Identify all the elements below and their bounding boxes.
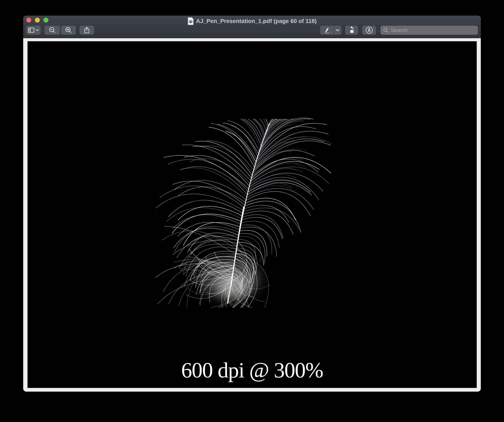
fullscreen-button[interactable] bbox=[43, 18, 48, 23]
preview-window: AJ_Pen_Presentation_1.pdf (page 60 of 11… bbox=[23, 16, 481, 392]
titlebar: AJ_Pen_Presentation_1.pdf (page 60 of 11… bbox=[64, 17, 440, 25]
rotate-left-icon bbox=[348, 26, 355, 34]
close-button[interactable] bbox=[26, 18, 31, 23]
search-field[interactable] bbox=[380, 26, 478, 35]
window-chrome: AJ_Pen_Presentation_1.pdf (page 60 of 11… bbox=[23, 16, 481, 38]
rotate-left-button[interactable] bbox=[345, 26, 358, 35]
share-button[interactable] bbox=[79, 26, 94, 35]
highlight-options-button[interactable] bbox=[333, 26, 341, 35]
pdf-document-icon bbox=[187, 17, 194, 25]
highlight-split-button bbox=[320, 26, 341, 35]
chevron-down-icon bbox=[36, 30, 39, 31]
pdf-page: 600 dpi @ 300% bbox=[28, 41, 477, 388]
search-icon bbox=[383, 27, 389, 33]
zoom-out-icon bbox=[48, 26, 56, 34]
zoom-in-button[interactable] bbox=[61, 26, 76, 35]
document-area: 600 dpi @ 300% bbox=[23, 38, 481, 392]
search-input[interactable] bbox=[390, 27, 475, 34]
markup-pen-icon bbox=[365, 26, 373, 34]
page-caption: 600 dpi @ 300% bbox=[28, 359, 477, 381]
window-controls bbox=[26, 18, 48, 23]
highlighter-icon bbox=[323, 26, 330, 34]
chevron-down-icon bbox=[335, 28, 340, 33]
sidebar-toggle-icon bbox=[28, 26, 39, 34]
minimize-button[interactable] bbox=[35, 18, 40, 23]
share-icon bbox=[83, 26, 90, 34]
feather-image bbox=[152, 117, 336, 309]
highlight-button[interactable] bbox=[320, 26, 333, 35]
zoom-in-icon bbox=[65, 26, 72, 34]
sidebar-toggle-button[interactable] bbox=[26, 26, 41, 35]
zoom-out-button[interactable] bbox=[45, 26, 60, 35]
window-title: AJ_Pen_Presentation_1.pdf (page 60 of 11… bbox=[196, 18, 317, 24]
markup-toolbar-button[interactable] bbox=[362, 26, 376, 35]
